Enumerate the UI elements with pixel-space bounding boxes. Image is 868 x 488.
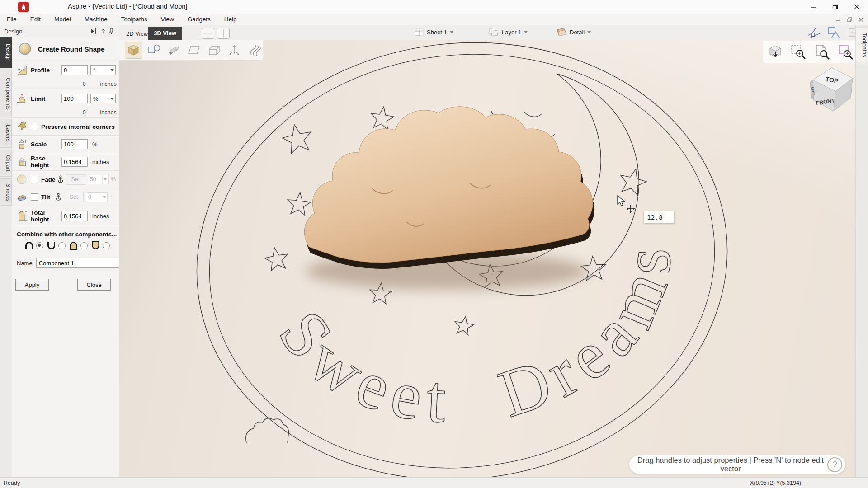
tilt-label: Tilt: [41, 194, 50, 201]
tilt-anchor-icon[interactable]: [55, 193, 61, 201]
tilt-checkbox[interactable]: [31, 193, 38, 201]
split-vertical-icon[interactable]: [217, 28, 230, 39]
split-horizontal-icon[interactable]: [202, 28, 214, 39]
status-coordinates: X(8.9572) Y(5.3194): [750, 480, 868, 486]
close-panel-button[interactable]: Close: [77, 279, 111, 291]
combine-label: Combine with other components...: [12, 226, 119, 239]
chevron-down-icon: [108, 66, 115, 75]
profile-group: Profile ° 0 inches: [12, 61, 119, 89]
geometry-snap-icon[interactable]: [827, 26, 841, 39]
iso-view-icon[interactable]: [768, 44, 783, 60]
profile-unit-combo[interactable]: °: [90, 65, 116, 75]
menu-model[interactable]: Model: [47, 14, 78, 25]
limit-sub-unit: inches: [98, 109, 119, 116]
cloud-surface[interactable]: [304, 107, 593, 263]
combine-add-radio[interactable]: [36, 242, 43, 249]
extrude-box-tool-icon[interactable]: [206, 42, 222, 58]
toolpaths-tab[interactable]: Toolpaths: [856, 28, 868, 62]
total-height-group: Total height inches: [12, 206, 119, 226]
total-height-unit: inches: [90, 213, 116, 220]
create-shape-tool-icon[interactable]: [125, 42, 142, 59]
sheet-selector[interactable]: Sheet 1: [414, 27, 453, 37]
menu-help[interactable]: Help: [217, 14, 244, 25]
sidebar-tab-sheets[interactable]: Sheets: [0, 178, 12, 206]
total-height-input[interactable]: [61, 211, 88, 221]
sidebar-tab-design[interactable]: Design: [0, 37, 12, 68]
fade-value: 50: [88, 176, 102, 183]
menu-edit[interactable]: Edit: [24, 14, 47, 25]
mdi-close-icon[interactable]: [859, 17, 863, 22]
tilt-group: Tilt Set 0 °: [12, 188, 119, 206]
combine-low-icon: [91, 241, 100, 250]
window-title: Aspire - {Vectric Ltd} - [*Cloud and Moo…: [68, 3, 187, 10]
menu-view[interactable]: View: [154, 14, 181, 25]
moon-eye: [524, 112, 542, 117]
3d-view-canvas[interactable]: Sweet Dreams: [119, 40, 855, 477]
zoom-selection-icon[interactable]: [790, 44, 807, 60]
restore-button[interactable]: [825, 0, 845, 14]
combine-merge-radio[interactable]: [80, 242, 88, 249]
tab-3d-view[interactable]: 3D View: [148, 27, 182, 40]
hint-help-icon[interactable]: ?: [827, 457, 842, 472]
zoom-drawing-icon[interactable]: [814, 44, 830, 60]
cloud-component[interactable]: [304, 107, 594, 290]
view-cube[interactable]: TOP FRONT LEFT: [806, 66, 858, 114]
scale-group: Scale %: [12, 136, 119, 153]
combine-merge-icon: [69, 241, 78, 250]
mdi-restore-icon[interactable]: [847, 17, 852, 22]
limit-unit-combo[interactable]: %: [90, 94, 116, 103]
tab-2d-view[interactable]: 2D View: [124, 28, 150, 39]
move-handles-icon: [627, 205, 635, 213]
vectors-tool-icon[interactable]: [146, 42, 162, 58]
menu-machine[interactable]: Machine: [78, 14, 114, 25]
texture-tool-icon[interactable]: [246, 42, 263, 58]
pin-icon[interactable]: [109, 28, 114, 34]
help-icon[interactable]: ?: [102, 28, 105, 35]
tilt-value: 0: [86, 194, 101, 200]
profile-input[interactable]: [61, 65, 88, 75]
panel-title: Create Round Shape: [38, 45, 105, 53]
dimension-input[interactable]: [644, 211, 674, 223]
preserve-group: Preserve internal corners: [12, 118, 119, 136]
fade-value-combo[interactable]: 50: [88, 175, 109, 184]
minimize-button[interactable]: [803, 0, 824, 14]
menu-toolpaths[interactable]: Toolpaths: [114, 14, 154, 25]
fade-set-button[interactable]: Set: [66, 174, 85, 185]
sidebar-tab-layers[interactable]: Layers: [0, 119, 12, 148]
sidebar-tab-clipart[interactable]: Clipart: [0, 150, 12, 177]
base-height-input[interactable]: [61, 157, 88, 167]
fade-anchor-icon[interactable]: [57, 175, 64, 183]
tilt-value-combo[interactable]: 0: [86, 192, 108, 202]
menu-file[interactable]: File: [0, 14, 24, 25]
dimension-edit-box[interactable]: [644, 211, 675, 223]
menu-gadgets[interactable]: Gadgets: [181, 14, 217, 25]
plane-tool-icon[interactable]: [186, 42, 202, 58]
sweep-tool-icon[interactable]: [166, 42, 182, 58]
tilt-set-button[interactable]: Set: [64, 192, 84, 202]
detail-selector[interactable]: Detail: [556, 27, 591, 37]
limit-input[interactable]: [61, 94, 88, 103]
mdi-minimize-icon[interactable]: [836, 17, 841, 22]
combine-low-radio[interactable]: [103, 242, 110, 249]
fade-unit: %: [111, 176, 116, 183]
mouse-cursor: [617, 195, 638, 214]
sidebar-tab-components[interactable]: Components: [0, 70, 12, 117]
zoom-material-icon[interactable]: [837, 44, 854, 60]
component-name-input[interactable]: [36, 258, 121, 268]
close-button[interactable]: [846, 0, 867, 14]
profile-unit-value: °: [91, 67, 108, 74]
apply-button[interactable]: Apply: [15, 279, 49, 291]
collapse-panel-icon[interactable]: [90, 28, 98, 34]
snap-toolbar: [807, 26, 859, 39]
snapping-toggle-icon[interactable]: [807, 26, 821, 39]
menu-bar: File Edit Model Machine Toolpaths View G…: [0, 14, 868, 25]
scale-input[interactable]: [61, 139, 88, 149]
zero-plane-tool-icon[interactable]: [226, 42, 242, 58]
preserve-checkbox[interactable]: [31, 123, 38, 130]
fade-checkbox[interactable]: [31, 176, 38, 183]
layer-selector[interactable]: Layer 1: [488, 27, 528, 37]
chevron-down-icon: [102, 175, 108, 184]
chevron-down-icon: [108, 94, 115, 103]
profile-label: Profile: [31, 67, 61, 74]
combine-subtract-radio[interactable]: [58, 242, 66, 249]
